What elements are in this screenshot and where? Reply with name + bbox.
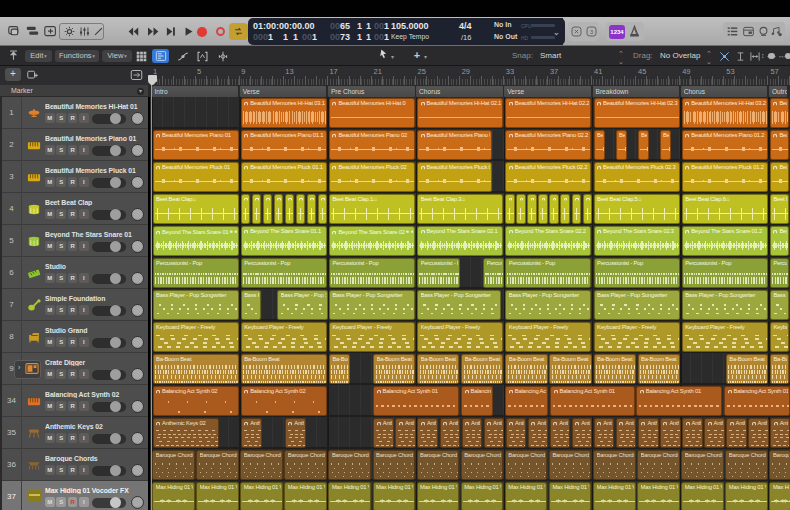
svg-text:3: 3 xyxy=(590,29,593,35)
